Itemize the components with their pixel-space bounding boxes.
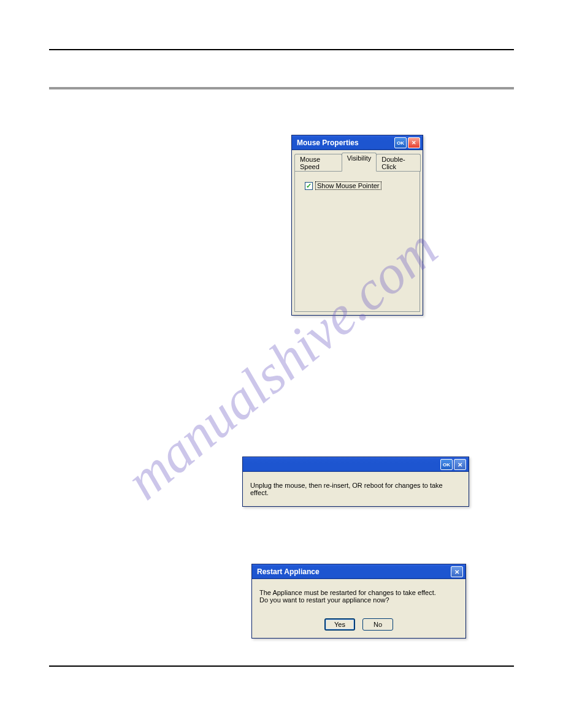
top-rule	[49, 49, 514, 50]
restart-appliance-dialog: Restart Appliance ✕ The Appliance must b…	[251, 564, 466, 639]
restart-line2: Do you want to restart your appliance no…	[259, 596, 458, 604]
tab-visibility[interactable]: Visibility	[342, 153, 377, 172]
unplug-message: Unplug the mouse, then re-insert, OR reb…	[243, 472, 469, 506]
ok-button[interactable]: OK	[440, 459, 453, 470]
show-pointer-checkbox[interactable]: ✓	[305, 182, 313, 190]
restart-message-body: The Appliance must be restarted for chan…	[252, 579, 465, 613]
restart-titlebar[interactable]: Restart Appliance ✕	[252, 564, 465, 579]
checkbox-row: ✓ Show Mouse Pointer	[305, 181, 410, 190]
page-content	[0, 0, 563, 151]
close-button[interactable]: ✕	[454, 459, 466, 470]
tab-content: ✓ Show Mouse Pointer	[294, 171, 420, 312]
close-button[interactable]: ✕	[451, 566, 463, 577]
restart-title: Restart Appliance	[257, 567, 320, 576]
show-pointer-label[interactable]: Show Mouse Pointer	[315, 181, 381, 190]
checkmark-icon: ✓	[306, 183, 312, 189]
restart-line1: The Appliance must be restarted for chan…	[259, 589, 458, 596]
close-icon: ✕	[454, 569, 459, 575]
titlebar-buttons: OK ✕	[394, 137, 420, 148]
tab-double-click[interactable]: Double-Click	[376, 154, 421, 172]
close-icon: ✕	[458, 461, 462, 468]
mouse-properties-title: Mouse Properties	[297, 138, 359, 147]
mouse-properties-dialog: Mouse Properties OK ✕ Mouse Speed Visibi…	[291, 135, 423, 316]
unplug-mouse-dialog: OK ✕ Unplug the mouse, then re-insert, O…	[242, 457, 469, 507]
unplug-titlebar[interactable]: OK ✕	[243, 457, 469, 472]
gray-rule	[49, 87, 514, 89]
dialog-button-row: Yes No	[252, 613, 465, 638]
titlebar-buttons: OK ✕	[440, 459, 466, 470]
no-button[interactable]: No	[362, 618, 393, 631]
mouse-properties-titlebar[interactable]: Mouse Properties OK ✕	[292, 135, 423, 150]
titlebar-buttons: ✕	[451, 566, 463, 577]
ok-button[interactable]: OK	[394, 137, 407, 148]
close-icon: ✕	[412, 140, 416, 146]
close-button[interactable]: ✕	[408, 137, 420, 148]
tab-mouse-speed[interactable]: Mouse Speed	[294, 154, 342, 172]
tab-row: Mouse Speed Visibility Double-Click	[292, 150, 423, 172]
bottom-rule	[49, 665, 514, 667]
yes-button[interactable]: Yes	[324, 618, 355, 631]
